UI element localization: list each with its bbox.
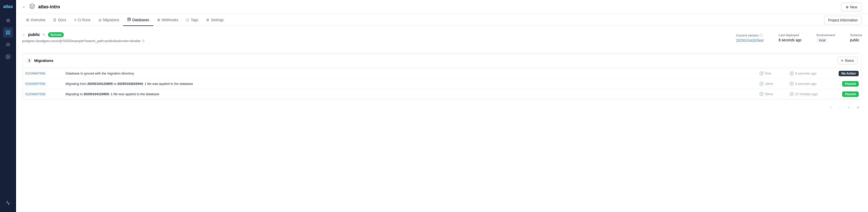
settings-icon: ⚙: [206, 18, 210, 22]
status-button-label: Status: [845, 59, 854, 62]
tab-docs[interactable]: ☰ Docs: [49, 15, 70, 26]
tab-ci-runs[interactable]: ≡ CI Runs: [70, 15, 94, 26]
pagination-last[interactable]: »: [854, 103, 862, 111]
schema-stat: Schema public: [850, 33, 862, 43]
migration-description: Migrating to 20250104120855: 1 file was …: [66, 92, 159, 96]
tab-webhooks[interactable]: ⊕ Webhooks: [153, 15, 182, 26]
schema-value: public: [850, 38, 862, 42]
overview-icon: ⊞: [26, 18, 29, 22]
sidebar-logo: atlas: [3, 4, 13, 9]
tab-databases[interactable]: Databases: [123, 14, 153, 26]
svg-rect-3: [8, 33, 10, 34]
migration-duration: 🕐 5ms: [759, 71, 783, 75]
ci-runs-icon: ≡: [74, 18, 76, 22]
tab-overview[interactable]: ⊞ Overview: [22, 15, 49, 26]
table-row: 51539607560 Database is synced with the …: [22, 68, 862, 79]
svg-marker-8: [7, 56, 9, 58]
tab-databases-label: Databases: [132, 18, 149, 22]
migrations-count: 3: [26, 58, 32, 63]
pagination: « ‹ › »: [22, 103, 862, 111]
db-name: public: [28, 32, 40, 37]
status-badge: No Action: [839, 71, 859, 76]
current-version-value[interactable]: 20250104202944: [736, 38, 764, 43]
db-url-text: postgres://postgres:xxxxx@:5432/example?…: [22, 39, 141, 43]
svg-point-9: [128, 18, 130, 19]
migration-description: Database is synced with the migration di…: [66, 72, 134, 75]
databases-icon: [127, 18, 131, 22]
project-info-button[interactable]: Project Information: [824, 16, 862, 24]
migration-id[interactable]: 51539607559: [25, 82, 45, 86]
copy-icon[interactable]: ⎘: [143, 39, 145, 43]
clock-icon: 🕐: [759, 82, 764, 86]
migration-duration: 🕐 55ms: [759, 92, 783, 96]
svg-point-7: [6, 55, 10, 59]
topbar: ← atlas-intro ⊕ New: [16, 0, 868, 14]
tab-ci-runs-label: CI Runs: [78, 18, 90, 22]
new-icon: ⊕: [846, 5, 849, 9]
info-icon: ⓘ: [760, 33, 763, 37]
sidebar-item-list[interactable]: [3, 39, 13, 50]
tags-icon: ⬡: [186, 18, 189, 22]
time-icon: 🕐: [789, 71, 794, 75]
time-icon: 🕐: [789, 92, 794, 96]
tab-tags-label: Tags: [191, 18, 198, 22]
environment-stat: Environment local: [816, 33, 835, 43]
webhooks-icon: ⊕: [157, 18, 160, 22]
tab-settings[interactable]: ⚙ Settings: [202, 15, 228, 26]
time-icon: 🕐: [789, 82, 794, 86]
status-button[interactable]: ≡ Status: [838, 57, 858, 64]
pagination-prev[interactable]: ‹: [836, 103, 844, 111]
sidebar-item-play[interactable]: [3, 52, 13, 62]
svg-rect-1: [8, 31, 10, 32]
environment-value: local: [816, 38, 828, 43]
new-button-label: New: [850, 5, 857, 9]
tab-tags[interactable]: ⬡ Tags: [182, 15, 202, 26]
sidebar: atlas ⊞: [0, 0, 16, 212]
migration-id[interactable]: 51539607560: [25, 72, 45, 75]
sidebar-item-activity[interactable]: [3, 198, 13, 208]
current-version-stat: Current version ⓘ 20250104202944: [736, 33, 764, 43]
clock-icon: 🕐: [759, 71, 764, 75]
migration-id[interactable]: 51539607558: [25, 92, 45, 96]
pagination-next[interactable]: ›: [845, 103, 853, 111]
migrations-title-text: Migrations: [34, 58, 53, 63]
tab-webhooks-label: Webhooks: [162, 18, 178, 22]
db-url: postgres://postgres:xxxxx@:5432/example?…: [22, 39, 736, 43]
tab-docs-label: Docs: [58, 18, 66, 22]
svg-rect-0: [6, 31, 8, 32]
current-version-label: Current version ⓘ: [736, 33, 764, 37]
svg-rect-2: [6, 33, 8, 34]
migrations-section: 3 Migrations ≡ Status 51539607560: [22, 53, 862, 99]
migration-time-ago: 🕐 6 seconds ago: [789, 71, 829, 75]
migration-description: Migrating from 20250104120855 to 2025010…: [66, 82, 193, 86]
migrations-section-header: 3 Migrations ≡ Status: [22, 53, 862, 68]
project-icon: [29, 3, 35, 10]
project-title: atlas-intro: [38, 4, 60, 9]
tab-migrations-label: Migrations: [103, 18, 119, 22]
tab-migrations[interactable]: ◎ Migrations: [94, 15, 123, 26]
sidebar-item-cube[interactable]: [3, 27, 13, 37]
last-deployed-value: 6 seconds ago: [779, 38, 801, 42]
migration-time-ago: 🕐 27 minutes ago: [789, 92, 829, 96]
table-row: 51539607558 Migrating to 20250104120855:…: [22, 89, 862, 99]
pagination-first[interactable]: «: [827, 103, 835, 111]
last-deployed-label: Last deployed: [779, 33, 801, 37]
migration-duration: 🕐 18ms: [759, 82, 783, 86]
db-header: ← public ✎ Synced: [22, 32, 736, 37]
migration-time-ago: 🕐 9 seconds ago: [789, 82, 829, 86]
synced-badge: Synced: [48, 32, 64, 37]
main-content: ← atlas-intro ⊕ New ⊞ Overview ☰ Docs: [16, 0, 868, 212]
environment-label: Environment: [816, 33, 835, 37]
migrations-title: 3 Migrations: [26, 58, 53, 63]
new-button[interactable]: ⊕ New: [841, 3, 862, 11]
clock-icon: 🕐: [759, 92, 764, 96]
db-back-button[interactable]: ←: [22, 33, 26, 37]
schema-label: Schema: [850, 33, 862, 37]
back-button[interactable]: ←: [22, 5, 26, 9]
edit-icon[interactable]: ✎: [42, 33, 45, 37]
status-badge: Passed: [842, 91, 859, 97]
sidebar-item-grid[interactable]: ⊞: [3, 15, 13, 25]
last-deployed-stat: Last deployed 6 seconds ago: [779, 33, 801, 43]
migrations-icon: ◎: [98, 18, 101, 22]
table-row: 51539607559 Migrating from 2025010412085…: [22, 79, 862, 89]
